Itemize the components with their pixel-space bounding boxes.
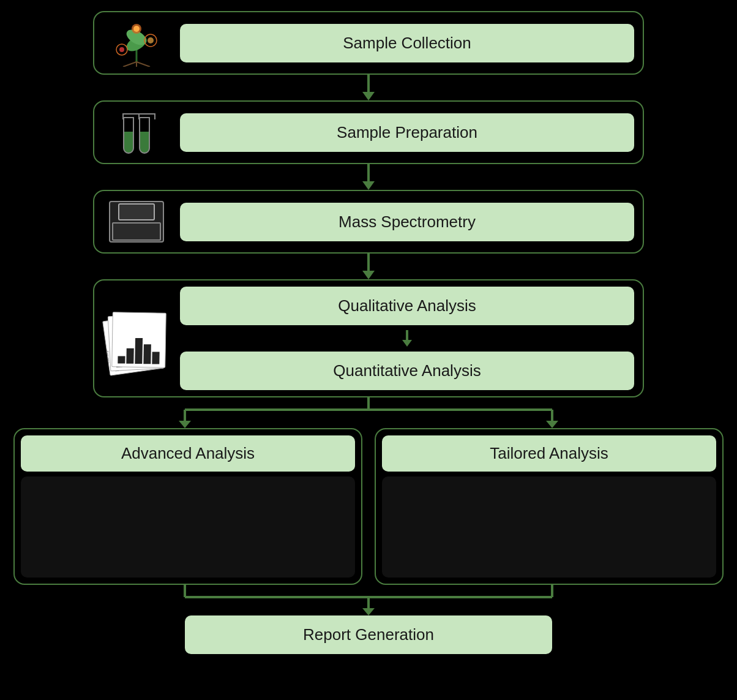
tubes [105, 108, 169, 156]
tailored-analysis-box: Tailored Analysis [375, 428, 724, 585]
arrow-line-3 [367, 254, 370, 271]
spectrum-paper-3 [111, 312, 166, 368]
side-by-side: Advanced Analysis Tailored Analysis [13, 428, 724, 585]
svg-marker-17 [546, 421, 558, 428]
arrow-head-1 [362, 92, 375, 100]
branch-svg [13, 397, 724, 428]
merge-svg [13, 585, 724, 615]
arrow-head-3 [362, 271, 375, 279]
plant-svg [105, 19, 169, 67]
analysis-row: ntensity m/z [93, 279, 644, 397]
qualitative-analysis-label: Qualitative Analysis [180, 287, 634, 325]
mass-spectrometry-row: Mass Spectrometry [93, 190, 644, 254]
arrow-line-2 [367, 164, 370, 181]
arrow-line-1 [367, 75, 370, 92]
svg-point-11 [119, 47, 124, 52]
merge-arrows [13, 585, 724, 615]
ms-machine [109, 201, 164, 243]
advanced-analysis-box: Advanced Analysis [13, 428, 362, 585]
svg-marker-22 [362, 608, 375, 615]
sample-collection-row: Sample Collection [93, 11, 644, 75]
tube-1 [123, 117, 134, 154]
tube-icon [103, 108, 170, 157]
svg-line-5 [137, 62, 150, 67]
tailored-analysis-content [382, 476, 716, 578]
inner-arrow-line [406, 330, 408, 340]
inner-arrow [180, 330, 634, 347]
ms-bot [112, 222, 161, 241]
split-section: Advanced Analysis Tailored Analysis [13, 397, 724, 654]
flowchart: Sample Collection Sample Preparation [0, 0, 737, 700]
bar [152, 352, 159, 364]
svg-point-9 [148, 37, 154, 43]
branch-arrows [13, 397, 724, 428]
sample-preparation-label: Sample Preparation [180, 113, 634, 152]
bar [135, 337, 143, 364]
analysis-labels: Qualitative Analysis Quantitative Analys… [180, 287, 634, 390]
plant-icon [103, 18, 170, 67]
sample-collection-label: Sample Collection [180, 24, 634, 62]
svg-marker-16 [179, 421, 191, 428]
quantitative-analysis-label: Quantitative Analysis [180, 352, 634, 390]
ms-icon [103, 197, 170, 246]
tube-2 [139, 117, 150, 154]
svg-line-3 [123, 62, 137, 67]
advanced-analysis-label: Advanced Analysis [21, 435, 355, 472]
ms-machine-icon [105, 198, 169, 246]
spectrum-papers: ntensity m/z [106, 305, 167, 372]
report-generation-label: Report Generation [185, 615, 552, 654]
svg-point-7 [133, 26, 140, 32]
bar [118, 355, 125, 363]
arrow-1 [359, 75, 378, 100]
bar [126, 348, 133, 363]
arrow-head-2 [362, 181, 375, 190]
advanced-analysis-content [21, 476, 355, 578]
mass-spectrometry-label: Mass Spectrometry [180, 203, 634, 241]
spectrum-icon: ntensity m/z [103, 299, 170, 378]
bar [143, 344, 151, 364]
arrow-2 [359, 164, 378, 190]
inner-arrow-head [402, 340, 412, 347]
sample-preparation-row: Sample Preparation [93, 100, 644, 164]
tailored-analysis-label: Tailored Analysis [382, 435, 716, 472]
spectrum-bars-3 [115, 333, 162, 364]
ms-top [118, 203, 155, 220]
arrow-3 [359, 254, 378, 279]
